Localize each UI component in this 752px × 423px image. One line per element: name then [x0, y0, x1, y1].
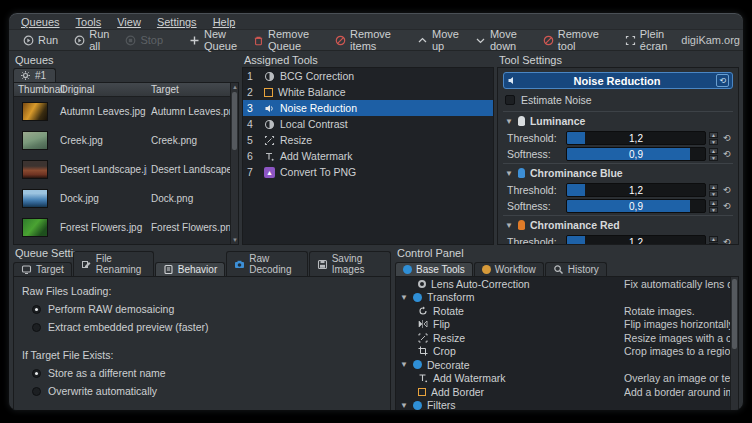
filters-group-icon [413, 401, 422, 410]
tree-group-filters[interactable]: ▼Filters [396, 399, 738, 412]
tab-saving-images[interactable]: Saving Images [309, 251, 391, 276]
softness-spinner[interactable]: ▲▼ [709, 200, 718, 213]
move-up-button[interactable]: Move up [411, 27, 465, 53]
reset-default-icon[interactable]: ⟲ [721, 149, 733, 159]
move-down-button[interactable]: Move down [469, 27, 523, 53]
tab-workflow[interactable]: Workflow [474, 262, 544, 276]
digikam-batch-queue-manager-window: Queues Tools View Settings Help Run Run … [8, 12, 744, 411]
speaker-icon [264, 103, 275, 114]
transform-group-icon [413, 293, 422, 302]
section-chrominance-red[interactable]: ▼ Chrominance Red [503, 215, 733, 233]
column-original[interactable]: Original [56, 83, 147, 96]
table-row[interactable]: Dock.jpg Dock.png [14, 184, 238, 213]
column-thumbnail[interactable]: Thumbnail [14, 83, 56, 96]
radio-icon[interactable] [32, 387, 41, 396]
threshold-slider[interactable]: 1,2 [566, 131, 706, 145]
threshold-spinner[interactable]: ▲▼ [709, 132, 718, 145]
radio-perform-raw-demosaicing[interactable]: Perform RAW demosaicing [32, 303, 382, 315]
list-item-add-watermark[interactable]: 6 Add Watermark [243, 148, 493, 164]
threshold-spinner[interactable]: ▲▼ [709, 184, 718, 197]
scrollbar-handle[interactable] [232, 92, 237, 150]
fullscreen-button[interactable]: Plein écran [619, 27, 674, 53]
softness-spinner[interactable]: ▲▼ [709, 148, 718, 161]
estimate-noise-row[interactable]: Estimate Noise [505, 94, 731, 106]
menu-view[interactable]: View [117, 16, 141, 28]
remove-tool-button[interactable]: Remove tool [537, 27, 605, 53]
radio-icon-selected[interactable] [32, 305, 41, 314]
tab-behavior[interactable]: Behavior [155, 262, 225, 276]
threshold-label: Threshold: [507, 132, 563, 144]
radio-store-as-different-name[interactable]: Store as a different name [32, 367, 382, 379]
tree-group-decorate[interactable]: ▼Decorate [396, 358, 738, 372]
target-icon [21, 264, 32, 275]
tab-file-renaming[interactable]: File Renaming [73, 251, 154, 276]
estimate-noise-checkbox[interactable] [505, 95, 515, 105]
tree-item-lens-auto-correction[interactable]: Lens Auto-Correction Fix automatically l… [396, 277, 738, 291]
reset-default-icon[interactable]: ⟲ [721, 237, 733, 245]
queue-settings-tab-bar: Target File Renaming Behavior Raw Decodi… [13, 260, 391, 276]
radio-extract-embedded-preview[interactable]: Extract embedded preview (faster) [32, 321, 382, 333]
list-item-bcg-correction[interactable]: 1 BCG Correction [243, 68, 493, 84]
menu-queues[interactable]: Queues [21, 16, 60, 28]
expand-caret-icon[interactable]: ▼ [400, 401, 408, 410]
remove-queue-button[interactable]: Remove Queue [247, 27, 315, 53]
scroll-up-arrow[interactable]: ▲ [232, 84, 238, 90]
queue-table: Thumbnail Original Target Autumn Leaves.… [13, 82, 239, 245]
column-target[interactable]: Target [147, 83, 238, 96]
new-queue-button[interactable]: New Queue [183, 27, 243, 53]
section-luminance[interactable]: ▼ Luminance [503, 111, 733, 129]
tree-item-add-border[interactable]: Add Border Add a border around images [396, 385, 738, 399]
reset-default-icon[interactable]: ⟲ [721, 133, 733, 143]
section-chrominance-blue[interactable]: ▼ Chrominance Blue [503, 163, 733, 181]
collapse-caret-icon[interactable]: ▼ [505, 221, 513, 230]
tree-item-resize[interactable]: Resize Resize images with a customized l… [396, 331, 738, 345]
remove-items-button[interactable]: Remove items [329, 27, 397, 53]
control-panel-scrollbar[interactable]: ▼ [730, 277, 738, 411]
tab-target[interactable]: Target [13, 262, 72, 276]
tree-item-add-watermark[interactable]: Add Watermark Overlay an image or text a… [396, 372, 738, 386]
list-item-local-contrast[interactable]: 4 Local Contrast [243, 116, 493, 132]
tree-group-transform[interactable]: ▼Transform [396, 291, 738, 305]
digikam-brand[interactable]: digiKam.org [681, 34, 744, 47]
radio-icon[interactable] [32, 323, 41, 332]
tab-history[interactable]: History [545, 262, 607, 276]
tree-item-flip[interactable]: Flip Flip images horizontally or vertica… [396, 318, 738, 332]
run-all-button[interactable]: Run all [68, 27, 115, 53]
tab-base-tools[interactable]: Base Tools [395, 262, 473, 276]
collapse-caret-icon[interactable]: ▼ [505, 169, 513, 178]
tree-item-crop[interactable]: Crop Crop images to a region. [396, 345, 738, 359]
expand-caret-icon[interactable]: ▼ [400, 293, 408, 302]
tab-raw-decoding[interactable]: Raw Decoding [226, 251, 307, 276]
queue-table-scrollbar[interactable]: ▲ ▼ [230, 83, 238, 244]
reset-default-icon[interactable]: ⟲ [721, 185, 733, 195]
collapse-caret-icon[interactable]: ▼ [505, 117, 513, 126]
png-image-icon: ▲ [264, 167, 275, 178]
softness-slider[interactable]: 0,9 [566, 199, 706, 213]
threshold-slider[interactable]: 1,2 [566, 183, 706, 197]
list-item-resize[interactable]: 5 Resize [243, 132, 493, 148]
reset-tool-button[interactable]: ⟲ [716, 74, 729, 87]
queue-tab-1[interactable]: #1 [13, 68, 56, 82]
softness-slider[interactable]: 0,9 [566, 147, 706, 161]
table-row[interactable]: Creek.jpg Creek.png [14, 126, 238, 155]
radio-icon-selected[interactable] [32, 369, 41, 378]
threshold-spinner[interactable]: ▲▼ [709, 236, 718, 246]
reset-default-icon[interactable]: ⟲ [721, 201, 733, 211]
expand-caret-icon[interactable]: ▼ [400, 360, 408, 369]
stop-button[interactable]: Stop [119, 33, 169, 47]
trash-icon [253, 35, 264, 46]
table-row[interactable]: Autumn Leaves.jpg Autumn Leaves.png [14, 97, 238, 126]
scrollbar-handle[interactable] [732, 279, 737, 349]
radio-overwrite-automatically[interactable]: Overwrite automatically [32, 385, 382, 397]
run-icon [23, 35, 34, 46]
table-row[interactable]: Forest Flowers.jpg Forest Flowers.png [14, 213, 238, 242]
threshold-slider[interactable]: 1,2 [566, 235, 706, 245]
run-button[interactable]: Run [17, 33, 64, 47]
table-row[interactable]: Desert Landscape.jpg Desert Landscape.pn… [14, 155, 238, 184]
list-item-white-balance[interactable]: 2 White Balance [243, 84, 493, 100]
tree-item-rotate[interactable]: Rotate Rotate images. [396, 304, 738, 318]
table-row[interactable]: Forest.jpg Forest.png [14, 242, 238, 244]
list-item-convert-to-png[interactable]: 7 ▲ Convert To PNG [243, 164, 493, 180]
list-item-noise-reduction[interactable]: 3 Noise Reduction [243, 100, 493, 116]
scroll-down-arrow[interactable]: ▼ [232, 237, 238, 243]
